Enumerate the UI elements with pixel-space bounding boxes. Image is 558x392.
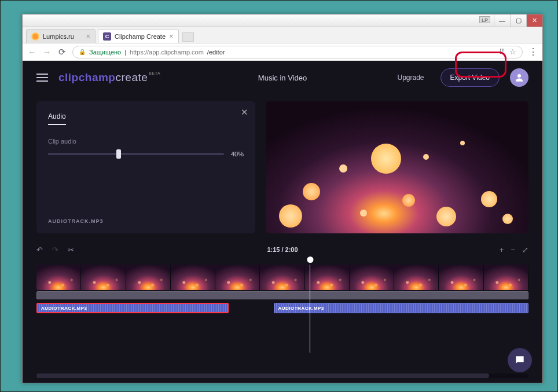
undo-icon[interactable]: ↶ bbox=[36, 246, 43, 254]
video-track[interactable] bbox=[36, 265, 528, 290]
volume-value: 40% bbox=[231, 151, 244, 157]
lock-icon: 🔒 bbox=[79, 49, 86, 55]
audio-track[interactable]: AUDIOTRACK.MP3 AUDIOTRACK.MP3 bbox=[36, 303, 528, 313]
track-name: AUDIOTRACK.MP3 bbox=[48, 218, 104, 224]
zoom-out-icon[interactable]: − bbox=[511, 246, 515, 254]
slider-thumb[interactable] bbox=[116, 149, 121, 159]
favicon-clipchamp: C bbox=[103, 32, 111, 41]
horizontal-scrollbar[interactable] bbox=[36, 373, 528, 378]
tab-close-icon[interactable]: × bbox=[166, 32, 174, 41]
tab-lumpics[interactable]: Lumpics.ru × bbox=[26, 29, 96, 43]
audio-tab[interactable]: Audio bbox=[48, 112, 66, 125]
translate-icon[interactable]: ⠿ bbox=[499, 47, 505, 56]
project-title[interactable]: Music in Video bbox=[258, 74, 307, 82]
audio-clip-selected[interactable]: AUDIOTRACK.MP3 bbox=[36, 303, 229, 313]
logo: clipchampcreateBETA bbox=[58, 71, 160, 84]
user-icon bbox=[514, 72, 524, 83]
back-icon[interactable]: ← bbox=[27, 47, 36, 57]
timeline[interactable]: AUDIOTRACK.MP3 AUDIOTRACK.MP3 bbox=[36, 265, 528, 333]
close-icon[interactable]: ✕ bbox=[241, 107, 248, 118]
video-preview[interactable] bbox=[266, 101, 528, 233]
window-close[interactable]: ✕ bbox=[526, 14, 542, 27]
tab-title: Clipchamp Create bbox=[115, 33, 166, 40]
timeline-toolbar: ↶ ↷ ✂ 1:15 / 2:00 + − ⤢ bbox=[23, 239, 542, 260]
bookmark-icon[interactable]: ☆ bbox=[509, 47, 516, 56]
avatar[interactable] bbox=[510, 68, 528, 87]
lp-badge: LP bbox=[479, 16, 490, 23]
svg-point-0 bbox=[517, 74, 521, 78]
zoom-in-icon[interactable]: + bbox=[500, 246, 504, 254]
url-path: /editor bbox=[207, 49, 225, 56]
browser-menu-icon[interactable]: ⋮ bbox=[528, 46, 538, 57]
window-maximize[interactable]: ▢ bbox=[510, 14, 526, 27]
zoom-fit-icon[interactable]: ⤢ bbox=[522, 246, 528, 254]
favicon-lumpics bbox=[31, 32, 39, 41]
window-minimize[interactable]: — bbox=[494, 14, 510, 27]
scissors-icon[interactable]: ✂ bbox=[68, 246, 74, 254]
chat-button[interactable] bbox=[508, 348, 532, 372]
timeline-time: 1:15 / 2:00 bbox=[267, 246, 298, 253]
scrollbar-thumb[interactable] bbox=[36, 373, 489, 378]
new-tab-button[interactable] bbox=[182, 32, 194, 42]
audio-panel: ✕ Audio Clip audio 40% AUDIOTRACK.MP3 bbox=[36, 101, 255, 233]
url-host: https://app.clipchamp.com bbox=[130, 49, 204, 56]
redo-icon[interactable]: ↷ bbox=[52, 246, 58, 254]
volume-slider[interactable] bbox=[48, 153, 224, 155]
main-row: ✕ Audio Clip audio 40% AUDIOTRACK.MP3 bbox=[23, 94, 542, 233]
app-header: clipchampcreateBETA Music in Video Upgra… bbox=[23, 61, 542, 94]
chat-icon bbox=[514, 354, 526, 366]
tab-close-icon[interactable]: × bbox=[82, 32, 90, 41]
spacer-track[interactable] bbox=[36, 291, 528, 299]
secure-label: Защищено bbox=[89, 49, 121, 56]
reload-icon[interactable]: ⟳ bbox=[57, 47, 67, 57]
upgrade-button[interactable]: Upgrade bbox=[389, 69, 432, 86]
audio-clip[interactable]: AUDIOTRACK.MP3 bbox=[274, 303, 528, 313]
tab-clipchamp[interactable]: C Clipchamp Create × bbox=[98, 29, 179, 43]
address-bar[interactable]: 🔒 Защищено | https://app.clipchamp.com/e… bbox=[72, 46, 523, 58]
tab-title: Lumpics.ru bbox=[43, 33, 74, 40]
window-titlebar: LP — ▢ ✕ bbox=[23, 14, 542, 27]
tab-strip: Lumpics.ru × C Clipchamp Create × bbox=[23, 27, 542, 43]
clip-audio-label: Clip audio bbox=[48, 138, 244, 145]
export-video-button[interactable]: Export Video bbox=[440, 68, 500, 87]
menu-icon[interactable] bbox=[36, 74, 48, 82]
forward-icon[interactable]: → bbox=[42, 47, 52, 57]
clipchamp-app: clipchampcreateBETA Music in Video Upgra… bbox=[23, 61, 542, 383]
browser-window: LP — ▢ ✕ Lumpics.ru × C Clipchamp Create… bbox=[22, 14, 543, 383]
address-row: ← → ⟳ 🔒 Защищено | https://app.clipchamp… bbox=[23, 43, 542, 61]
